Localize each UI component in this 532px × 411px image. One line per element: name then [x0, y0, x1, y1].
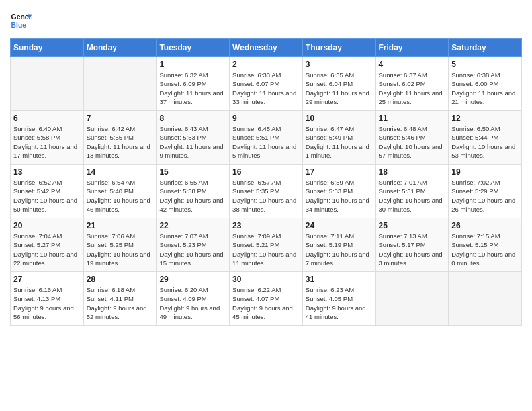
day-number: 21 [87, 221, 154, 230]
day-info: Sunrise: 7:06 AM Sunset: 5:25 PM Dayligh… [87, 232, 154, 267]
day-number: 26 [451, 221, 519, 230]
calendar-cell: 11Sunrise: 6:48 AM Sunset: 5:46 PM Dayli… [375, 111, 449, 165]
calendar-cell: 30Sunrise: 6:22 AM Sunset: 4:07 PM Dayli… [230, 272, 303, 326]
day-header-tuesday: Tuesday [157, 39, 230, 57]
day-number: 28 [87, 275, 154, 284]
day-info: Sunrise: 6:47 AM Sunset: 5:49 PM Dayligh… [306, 124, 373, 160]
day-number: 22 [159, 221, 226, 230]
calendar-cell: 13Sunrise: 6:52 AM Sunset: 5:42 PM Dayli… [11, 165, 84, 218]
day-number: 31 [306, 275, 373, 284]
day-header-sunday: Sunday [11, 39, 84, 57]
day-info: Sunrise: 7:09 AM Sunset: 5:21 PM Dayligh… [232, 232, 300, 267]
day-info: Sunrise: 7:15 AM Sunset: 5:15 PM Dayligh… [451, 232, 519, 267]
day-info: Sunrise: 7:13 AM Sunset: 5:17 PM Dayligh… [379, 232, 446, 267]
day-info: Sunrise: 6:16 AM Sunset: 4:13 PM Dayligh… [13, 285, 81, 321]
calendar-cell: 26Sunrise: 7:15 AM Sunset: 5:15 PM Dayli… [449, 218, 522, 272]
calendar-cell: 8Sunrise: 6:43 AM Sunset: 5:53 PM Daylig… [157, 111, 230, 165]
logo-icon: General Blue [10, 10, 32, 32]
day-number: 19 [451, 167, 519, 177]
day-info: Sunrise: 6:32 AM Sunset: 6:09 PM Dayligh… [159, 71, 226, 106]
day-header-monday: Monday [83, 39, 157, 57]
day-number: 7 [87, 113, 154, 123]
calendar-cell [83, 57, 157, 111]
calendar-cell: 22Sunrise: 7:07 AM Sunset: 5:23 PM Dayli… [157, 218, 230, 272]
week-row-5: 27Sunrise: 6:16 AM Sunset: 4:13 PM Dayli… [11, 272, 522, 326]
calendar-cell: 31Sunrise: 6:23 AM Sunset: 4:05 PM Dayli… [302, 272, 375, 326]
day-info: Sunrise: 6:42 AM Sunset: 5:55 PM Dayligh… [87, 124, 154, 160]
calendar-cell [375, 272, 449, 326]
day-info: Sunrise: 7:01 AM Sunset: 5:31 PM Dayligh… [379, 178, 446, 214]
day-number: 25 [379, 221, 446, 230]
day-info: Sunrise: 6:18 AM Sunset: 4:11 PM Dayligh… [87, 285, 154, 321]
calendar-cell: 23Sunrise: 7:09 AM Sunset: 5:21 PM Dayli… [230, 218, 303, 272]
week-row-3: 13Sunrise: 6:52 AM Sunset: 5:42 PM Dayli… [11, 165, 522, 218]
day-number: 13 [13, 167, 81, 177]
day-info: Sunrise: 6:55 AM Sunset: 5:38 PM Dayligh… [159, 178, 226, 214]
calendar-cell: 17Sunrise: 6:59 AM Sunset: 5:33 PM Dayli… [302, 165, 375, 218]
day-info: Sunrise: 7:07 AM Sunset: 5:23 PM Dayligh… [159, 232, 226, 267]
day-number: 14 [87, 167, 154, 177]
day-info: Sunrise: 6:38 AM Sunset: 6:00 PM Dayligh… [451, 71, 519, 106]
day-number: 3 [306, 60, 373, 69]
day-number: 2 [232, 60, 300, 69]
day-info: Sunrise: 6:57 AM Sunset: 5:35 PM Dayligh… [232, 178, 300, 214]
day-number: 1 [159, 60, 226, 69]
calendar-cell: 14Sunrise: 6:54 AM Sunset: 5:40 PM Dayli… [83, 165, 157, 218]
day-number: 8 [159, 113, 226, 123]
calendar-cell: 27Sunrise: 6:16 AM Sunset: 4:13 PM Dayli… [11, 272, 84, 326]
day-info: Sunrise: 7:02 AM Sunset: 5:29 PM Dayligh… [451, 178, 519, 214]
day-number: 9 [232, 113, 300, 123]
calendar-cell: 6Sunrise: 6:40 AM Sunset: 5:58 PM Daylig… [11, 111, 84, 165]
day-info: Sunrise: 6:35 AM Sunset: 6:04 PM Dayligh… [306, 71, 373, 106]
day-info: Sunrise: 6:33 AM Sunset: 6:07 PM Dayligh… [232, 71, 300, 106]
day-number: 17 [306, 167, 373, 177]
day-number: 27 [13, 275, 81, 284]
calendar-cell: 7Sunrise: 6:42 AM Sunset: 5:55 PM Daylig… [83, 111, 157, 165]
day-info: Sunrise: 6:52 AM Sunset: 5:42 PM Dayligh… [13, 178, 81, 214]
calendar-cell: 4Sunrise: 6:37 AM Sunset: 6:02 PM Daylig… [375, 57, 449, 111]
page-header: General Blue [10, 10, 522, 32]
calendar-table: SundayMondayTuesdayWednesdayThursdayFrid… [10, 38, 522, 326]
week-row-2: 6Sunrise: 6:40 AM Sunset: 5:58 PM Daylig… [11, 111, 522, 165]
day-number: 16 [232, 167, 300, 177]
week-row-1: 1Sunrise: 6:32 AM Sunset: 6:09 PM Daylig… [11, 57, 522, 111]
calendar-cell: 1Sunrise: 6:32 AM Sunset: 6:09 PM Daylig… [157, 57, 230, 111]
day-number: 4 [379, 60, 446, 69]
day-number: 15 [159, 167, 226, 177]
week-row-4: 20Sunrise: 7:04 AM Sunset: 5:27 PM Dayli… [11, 218, 522, 272]
calendar-cell: 9Sunrise: 6:45 AM Sunset: 5:51 PM Daylig… [230, 111, 303, 165]
day-info: Sunrise: 6:40 AM Sunset: 5:58 PM Dayligh… [13, 124, 81, 160]
day-number: 18 [379, 167, 446, 177]
day-info: Sunrise: 6:54 AM Sunset: 5:40 PM Dayligh… [87, 178, 154, 214]
calendar-cell: 20Sunrise: 7:04 AM Sunset: 5:27 PM Dayli… [11, 218, 84, 272]
calendar-cell [449, 272, 522, 326]
day-info: Sunrise: 6:50 AM Sunset: 5:44 PM Dayligh… [451, 124, 519, 160]
day-number: 11 [379, 113, 446, 123]
day-info: Sunrise: 6:37 AM Sunset: 6:02 PM Dayligh… [379, 71, 446, 106]
calendar-cell: 29Sunrise: 6:20 AM Sunset: 4:09 PM Dayli… [157, 272, 230, 326]
calendar-cell [11, 57, 84, 111]
calendar-cell: 10Sunrise: 6:47 AM Sunset: 5:49 PM Dayli… [302, 111, 375, 165]
calendar-cell: 16Sunrise: 6:57 AM Sunset: 5:35 PM Dayli… [230, 165, 303, 218]
day-number: 10 [306, 113, 373, 123]
day-number: 24 [306, 221, 373, 230]
day-info: Sunrise: 6:45 AM Sunset: 5:51 PM Dayligh… [232, 124, 300, 160]
calendar-cell: 15Sunrise: 6:55 AM Sunset: 5:38 PM Dayli… [157, 165, 230, 218]
day-number: 12 [451, 113, 519, 123]
day-info: Sunrise: 6:48 AM Sunset: 5:46 PM Dayligh… [379, 124, 446, 160]
calendar-cell: 3Sunrise: 6:35 AM Sunset: 6:04 PM Daylig… [302, 57, 375, 111]
calendar-cell: 2Sunrise: 6:33 AM Sunset: 6:07 PM Daylig… [230, 57, 303, 111]
day-header-thursday: Thursday [302, 39, 375, 57]
day-number: 20 [13, 221, 81, 230]
day-info: Sunrise: 6:43 AM Sunset: 5:53 PM Dayligh… [159, 124, 226, 160]
calendar-cell: 12Sunrise: 6:50 AM Sunset: 5:44 PM Dayli… [449, 111, 522, 165]
header-row: SundayMondayTuesdayWednesdayThursdayFrid… [11, 39, 522, 57]
day-info: Sunrise: 6:22 AM Sunset: 4:07 PM Dayligh… [232, 285, 300, 321]
calendar-cell: 25Sunrise: 7:13 AM Sunset: 5:17 PM Dayli… [375, 218, 449, 272]
svg-text:Blue: Blue [11, 21, 27, 29]
calendar-cell: 18Sunrise: 7:01 AM Sunset: 5:31 PM Dayli… [375, 165, 449, 218]
day-info: Sunrise: 6:20 AM Sunset: 4:09 PM Dayligh… [159, 285, 226, 321]
calendar-cell: 28Sunrise: 6:18 AM Sunset: 4:11 PM Dayli… [83, 272, 157, 326]
day-header-friday: Friday [375, 39, 449, 57]
day-info: Sunrise: 6:23 AM Sunset: 4:05 PM Dayligh… [306, 285, 373, 321]
